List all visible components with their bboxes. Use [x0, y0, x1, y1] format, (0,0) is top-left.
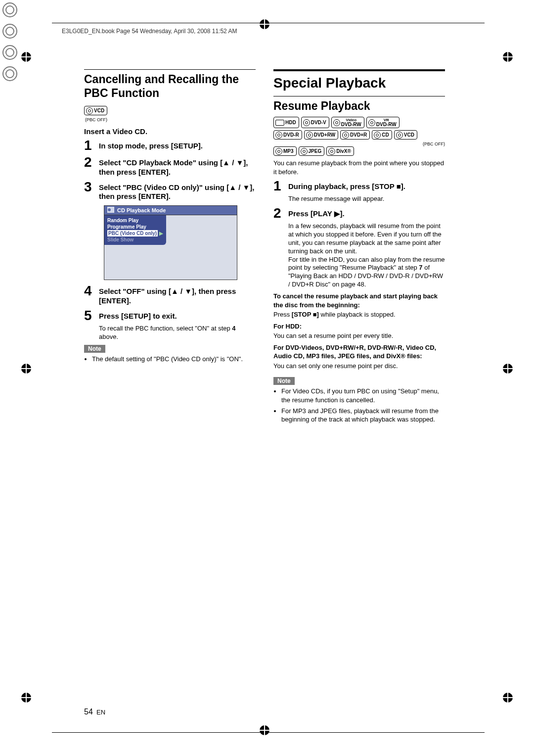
badge-dvd-rw-video: VideoDVD-RW [331, 117, 364, 128]
menu-icon [107, 207, 114, 214]
note-item: For Video CDs, if you turn PBC on using … [281, 387, 445, 404]
badge-label: VCD [94, 108, 104, 113]
disc-icon [303, 119, 310, 126]
cancel-heading: To cancel the resume playback and start … [273, 292, 445, 309]
menu-item-selected: PBC (Video CD only) [107, 230, 158, 236]
badge-dvd-rw-vr: VRDVD-RW [366, 117, 400, 128]
disc-icon [86, 107, 93, 114]
register-mark-icon [257, 17, 272, 33]
badge-hdd: HDD [273, 117, 299, 128]
main-title: Special Playback [273, 75, 445, 91]
step-number: 5 [84, 309, 95, 323]
page-number: 54 [84, 708, 93, 716]
cancel-body: Press [STOP ■] while playback is stopped… [273, 310, 445, 319]
svg-point-5 [6, 48, 14, 56]
register-mark-icon [500, 690, 515, 707]
pbc-off-note: (PBC OFF) [85, 117, 256, 122]
badge-cd: CD [372, 130, 392, 140]
step-number: 1 [84, 139, 95, 152]
intro-line: Insert a Video CD. [84, 127, 256, 136]
sub-title: Resume Playback [273, 99, 445, 113]
svg-point-4 [3, 46, 17, 59]
note-item: The default setting of "PBC (Video CD on… [92, 355, 256, 364]
badge-dvd-pr: DVD+R [340, 130, 370, 140]
step-3-text: Select "PBC (Video CD only)" using [▲ / … [99, 180, 256, 202]
register-mark-icon [500, 361, 515, 378]
svg-point-7 [6, 70, 14, 78]
disc-icon [333, 119, 340, 126]
svg-point-2 [3, 24, 17, 38]
register-mark-icon [19, 690, 34, 707]
step-1-body: The resume message will appear. [288, 195, 445, 203]
page-lang: EN [96, 709, 105, 716]
badge-mp3: MP3 [273, 146, 297, 156]
page-footer: 54 EN [84, 708, 105, 716]
menu-item: Programme Play [107, 224, 163, 230]
pbc-off-note: (PBC OFF) [274, 142, 445, 146]
note-label: Note [84, 345, 105, 353]
disc-icon [301, 148, 308, 155]
badge-vcd: VCD [394, 130, 417, 140]
step-2-text: Select "CD Playback Mode" using [▲ / ▼],… [99, 155, 256, 177]
register-mark-icon [500, 49, 515, 66]
step-5-text: Press [SETUP] to exit. [99, 309, 177, 321]
badge-vcd: VCD [84, 106, 107, 115]
step-number: 1 [273, 179, 284, 193]
step-4-text: Select "OFF" using [▲ / ▼], then press [… [99, 284, 256, 306]
disc-icon [342, 132, 349, 139]
menu-item: Random Play [107, 217, 163, 224]
disc-icon [328, 148, 335, 155]
step-1-text: During playback, press [STOP ■]. [288, 179, 405, 191]
step-number: 2 [273, 206, 284, 220]
badge-dvd-v: DVD-V [301, 117, 329, 128]
svg-point-3 [6, 27, 14, 35]
section-title-pbc: Cancelling and Recalling the PBC Functio… [84, 73, 256, 100]
register-mark-icon [19, 49, 34, 66]
for-other-label: For DVD-Videos, DVD+RW/+R, DVD-RW/-R, Vi… [273, 343, 445, 361]
for-hdd-label: For HDD: [273, 322, 445, 331]
badge-jpeg: JPEG [299, 146, 325, 156]
register-mark-icon [19, 361, 34, 378]
step-5-body: To recall the PBC function, select "ON" … [99, 325, 256, 341]
disc-icon [396, 132, 403, 139]
hdd-icon [275, 120, 284, 126]
svg-point-1 [6, 6, 14, 14]
svg-point-0 [3, 3, 17, 17]
disc-icon [368, 119, 375, 126]
menu-screenshot: CD Playback Mode Random Play Programme P… [104, 205, 237, 280]
note-item: For MP3 and JPEG files, playback will re… [281, 407, 445, 424]
disc-icon [275, 148, 282, 155]
step-number: 4 [84, 284, 95, 298]
step-2-body: In a few seconds, playback will resume f… [288, 222, 445, 289]
running-header: E3LG0ED_EN.book Page 54 Wednesday, April… [62, 28, 237, 35]
for-other-body: You can set only one resume point per di… [273, 362, 445, 371]
register-mark-icon [257, 723, 272, 739]
badge-dvd-prw: DVD+RW [304, 130, 338, 140]
svg-point-6 [3, 67, 17, 81]
for-hdd-body: You can set a resume point per every tit… [273, 331, 445, 340]
note-label: Note [273, 377, 295, 385]
step-2-text: Press [PLAY ▶]. [288, 206, 345, 219]
disc-icon [374, 132, 381, 139]
disc-icon [306, 132, 313, 139]
step-1-text: In stop mode, press [SETUP]. [99, 139, 203, 151]
step-number: 2 [84, 155, 95, 169]
disc-icon [275, 132, 282, 139]
menu-item-disabled: Slide Show [107, 236, 163, 243]
badge-dvd-r: DVD-R [273, 130, 302, 140]
intro-paragraph: You can resume playback from the point w… [273, 159, 445, 176]
menu-title: CD Playback Mode [117, 207, 166, 213]
badge-divx: DivX® [326, 146, 354, 156]
crop-mark-icon [0, 43, 534, 64]
step-number: 3 [84, 180, 95, 194]
svg-point-33 [108, 208, 111, 211]
